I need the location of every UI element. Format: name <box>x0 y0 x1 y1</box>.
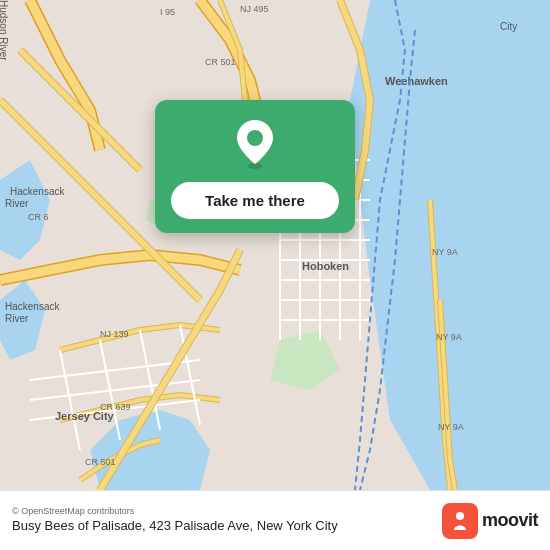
svg-point-48 <box>247 130 263 146</box>
map-container: I 95 NJ 495 CR 501 CR 6 NJ 139 CR 639 CR… <box>0 0 550 490</box>
svg-text:I 95: I 95 <box>160 7 175 17</box>
svg-text:Hoboken: Hoboken <box>302 260 349 272</box>
svg-text:NY 9A: NY 9A <box>436 332 462 342</box>
svg-text:CR 6: CR 6 <box>28 212 49 222</box>
svg-text:Jersey City: Jersey City <box>55 410 115 422</box>
svg-point-49 <box>456 512 464 520</box>
map-attribution: © OpenStreetMap contributors <box>12 506 430 516</box>
svg-text:River: River <box>5 198 29 209</box>
svg-text:CR 501: CR 501 <box>85 457 116 467</box>
svg-text:NY 9A: NY 9A <box>438 422 464 432</box>
moovit-text: moovit <box>482 510 538 531</box>
location-address: Busy Bees of Palisade, 423 Palisade Ave,… <box>12 518 430 535</box>
svg-text:Hackensack: Hackensack <box>5 301 60 312</box>
location-card: Take me there <box>155 100 355 233</box>
location-pin-icon <box>233 118 277 170</box>
svg-text:Weehawken: Weehawken <box>385 75 448 87</box>
svg-text:NY 9A: NY 9A <box>432 247 458 257</box>
svg-text:CR 501: CR 501 <box>205 57 236 67</box>
moovit-logo: moovit <box>442 503 538 539</box>
svg-text:River: River <box>5 313 29 324</box>
bottom-bar: © OpenStreetMap contributors Busy Bees o… <box>0 490 550 550</box>
svg-text:Hudson River: Hudson River <box>0 0 9 61</box>
svg-text:City: City <box>500 21 517 32</box>
take-me-there-button[interactable]: Take me there <box>171 182 339 219</box>
svg-text:Hackensack: Hackensack <box>10 186 65 197</box>
svg-text:NJ 139: NJ 139 <box>100 329 129 339</box>
moovit-icon <box>442 503 478 539</box>
svg-text:NJ 495: NJ 495 <box>240 4 269 14</box>
address-section: © OpenStreetMap contributors Busy Bees o… <box>12 506 430 535</box>
